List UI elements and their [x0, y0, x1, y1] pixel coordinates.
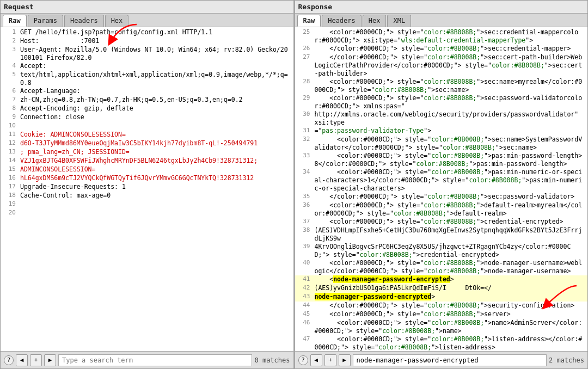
response-line-26: 26 </color:#0000CD;"> style="color:#8B00…	[295, 45, 588, 53]
tab-hex-response[interactable]: Hex	[363, 15, 387, 27]
tab-hex-request[interactable]: Hex	[105, 15, 129, 27]
response-line-37: 37 <color:#0000CD;"> style="color:#8B008…	[295, 218, 588, 226]
request-code-area: 1GET /hello/file.jsp?path=config/config.…	[1, 27, 293, 351]
line-number: 31	[297, 127, 310, 134]
line-number: 42	[297, 284, 310, 291]
request-line-15: 15ADMINCONSOLESESSION=	[1, 165, 293, 174]
line-content: </color:#0000CD;"> style="color:#8B008B;…	[315, 45, 586, 53]
line-content: </color:#0000CD;"> style="color:#8B008B;…	[315, 302, 586, 310]
line-content: <color:#0000CD;"> style="color:#8B008B;"…	[315, 152, 586, 168]
response-line-32: 32 <color:#0000CD;"> style="color:#8B008…	[295, 136, 588, 152]
tab-raw-request[interactable]: Raw	[3, 15, 27, 27]
next-button-right[interactable]: ▶	[339, 354, 351, 366]
line-number: 9	[3, 113, 16, 120]
request-line-13: 13; pma_lang=zh_CN; JSESSIONID=	[1, 148, 293, 157]
line-content: zh-CN,zh;q=0.8,zh-TW;q=0.7,zh-HK;q=0.5,e…	[20, 96, 291, 104]
line-content: Connection: close	[20, 113, 291, 121]
line-number: 11	[3, 131, 16, 138]
line-content: </color:#0000CD;"> style="color:#8B008B;…	[315, 193, 586, 201]
tab-headers-request[interactable]: Headers	[64, 15, 104, 27]
response-line-42: 42(AES)yvGnizbUSO1ga6iPA5LkrQdImFiS/I Dt…	[295, 284, 588, 293]
line-content: <color:#0000CD;"> style="color:#8B008B;"…	[315, 319, 586, 335]
response-panel: Response Raw Headers Hex XML 25 <color:#…	[295, 0, 589, 369]
line-content: Accept-Encoding: gzip, deflate	[20, 104, 291, 113]
line-number: 28	[297, 78, 310, 85]
line-number: 41	[297, 275, 310, 282]
line-number: 17	[3, 183, 16, 190]
search-input-left[interactable]	[58, 354, 252, 366]
line-number: 1	[3, 28, 16, 35]
request-line-6: 6Accept-Language:	[1, 87, 293, 96]
line-content: <color:#0000CD;"> style="color:#8B008B;"…	[315, 94, 586, 110]
line-number: 39	[297, 243, 310, 250]
response-line-34: 34 <color:#0000CD;"> style="color:#8B008…	[295, 168, 588, 193]
tab-raw-response[interactable]: Raw	[297, 15, 321, 27]
request-line-8: 8Accept-Encoding: gzip, deflate	[1, 104, 293, 113]
response-line-31: 31="pas:password-validator-Type">	[295, 127, 588, 136]
line-number: 12	[3, 139, 16, 146]
response-line-47: 47 <color:#0000CD;"> style="color:#8B008…	[295, 335, 588, 351]
response-panel-title: Response	[295, 1, 588, 14]
line-number: 34	[297, 168, 310, 175]
line-number: 15	[3, 165, 16, 173]
line-number: 18	[3, 192, 16, 199]
line-number: 5	[3, 71, 16, 78]
prev-button-right[interactable]: ◀	[310, 354, 322, 366]
response-line-39: 394KrvOOngliBogvcSrPC6HC3eqZy8X5US/jhzgw…	[295, 243, 588, 259]
request-line-4: 4Accept:	[1, 62, 293, 71]
line-content: User-Agent: Mozilla/5.0 (Windows NT 10.0…	[20, 46, 291, 62]
line-content: <color:#0000CD;"> style="color:#8B008B;"…	[315, 259, 586, 275]
line-number: 8	[3, 104, 16, 112]
help-button-right[interactable]: ?	[298, 355, 308, 365]
line-number: 43	[297, 293, 310, 300]
response-line-25: 25 <color:#0000CD;"> style="color:#8B008…	[295, 28, 588, 45]
line-number: 30	[297, 110, 310, 118]
main-panels: Request Raw Params Headers Hex 1GET /hel…	[0, 0, 588, 369]
help-button-left[interactable]: ?	[4, 355, 14, 365]
add-button-right[interactable]: +	[324, 354, 336, 366]
next-button-left[interactable]: ▶	[44, 354, 56, 366]
line-content: <color:#0000CD;"> style="color:#8B008B;"…	[315, 136, 586, 152]
line-number: 38	[297, 226, 310, 233]
line-number: 47	[297, 335, 310, 342]
tab-headers-response[interactable]: Headers	[322, 15, 362, 27]
line-number: 13	[3, 148, 16, 155]
line-number: 10	[3, 122, 16, 129]
line-content: GET /hello/file.jsp?path=config/config.x…	[20, 28, 291, 36]
line-number: 4	[3, 62, 16, 69]
request-line-19: 19	[1, 200, 293, 209]
response-code-area: 25 <color:#0000CD;"> style="color:#8B008…	[295, 27, 588, 351]
response-line-35: 35 </color:#0000CD;"> style="color:#8B00…	[295, 193, 588, 201]
request-line-17: 17Upgrade-Insecure-Requests: 1	[1, 183, 293, 192]
request-line-3: 3User-Agent: Mozilla/5.0 (Windows NT 10.…	[1, 46, 293, 62]
line-number: 6	[3, 87, 16, 94]
line-number: 35	[297, 193, 310, 200]
request-line-11: 11Cookie: ADMINCONSOLESESSION=	[1, 131, 293, 139]
tab-xml-response[interactable]: XML	[387, 15, 411, 27]
line-content: (AES)yvGnizbUSO1ga6iPA5LkrQdImFiS/I DtOk…	[315, 284, 586, 292]
line-number: 7	[3, 96, 16, 103]
line-content: hL64gxDMS6m9cTJ2VYQCkQfWGTQyTif6JQvrYMmv…	[20, 174, 291, 182]
search-input-right[interactable]	[353, 354, 547, 366]
tab-params-request[interactable]: Params	[28, 15, 63, 27]
add-button-left[interactable]: +	[30, 354, 42, 366]
line-number: 16	[3, 174, 16, 181]
prev-button-left[interactable]: ◀	[16, 354, 28, 366]
line-number: 36	[297, 201, 310, 208]
line-number: 25	[297, 28, 310, 35]
request-line-20: 20	[1, 209, 293, 218]
line-content: Accept-Language:	[20, 87, 291, 95]
response-line-41: 41 <node-manager-password-encrypted>	[295, 275, 588, 284]
line-number: 19	[3, 200, 16, 207]
line-content: Accept:	[20, 62, 291, 70]
response-line-30: 30http://xmlns.oracle.com/weblogic/secur…	[295, 110, 588, 127]
line-content: </color:#0000CD;"> style="color:#8B008B;…	[315, 53, 586, 78]
line-number: 20	[3, 209, 16, 216]
line-content: <color:#0000CD;"> style="color:#8B008B;"…	[315, 201, 586, 218]
line-content: Upgrade-Insecure-Requests: 1	[20, 183, 291, 191]
response-line-38: 38(AES)VDHLmpIFsxhe5+CetHjC3Du768mqXgEeI…	[295, 226, 588, 243]
request-tab-bar: Raw Params Headers Hex	[1, 14, 293, 27]
request-line-5: 5text/html,application/xhtml+xml,applica…	[1, 71, 293, 87]
request-line-16: 16hL64gxDMS6m9cTJ2VYQCkQfWGTQyTif6JQvrYM…	[1, 174, 293, 183]
line-number: 37	[297, 218, 310, 225]
